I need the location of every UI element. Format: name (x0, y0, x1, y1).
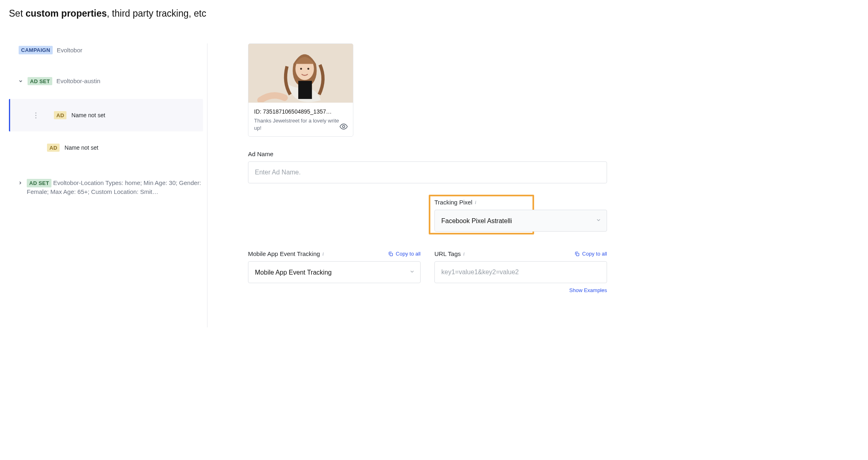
adset-badge: AD SET (27, 179, 51, 187)
chevron-right-icon[interactable] (18, 180, 23, 186)
creative-card[interactable]: ID: 735187106504895_1357… Thanks Jewelst… (248, 43, 353, 137)
main-panel: ID: 735187106504895_1357… Thanks Jewelst… (207, 43, 607, 327)
creative-caption: Thanks Jewelstreet for a lovely write up… (254, 117, 347, 131)
url-tags-input[interactable] (434, 261, 607, 283)
campaign-row[interactable]: CAMPAIGN Evoltobor (9, 43, 203, 57)
campaign-badge: CAMPAIGN (19, 46, 53, 54)
ad-name-input[interactable] (248, 161, 607, 183)
copy-to-all-link[interactable]: Copy to all (388, 251, 421, 257)
title-prefix: Set (9, 8, 26, 19)
svg-point-6 (342, 125, 345, 128)
campaign-name: Evoltobor (57, 46, 82, 54)
chevron-down-icon[interactable] (18, 78, 24, 84)
page-title: Set custom properties, third party track… (9, 8, 607, 19)
tracking-pixel-label: Tracking Pixel i (434, 199, 607, 206)
svg-point-4 (300, 68, 302, 70)
mobile-tracking-select[interactable]: Mobile App Event Tracking (248, 261, 421, 283)
ad-name-label: Ad Name (248, 150, 607, 157)
adset-2-name: Evoltobor-Location Types: home; Min Age:… (27, 179, 201, 195)
ad-row-2[interactable]: AD Name not set (9, 131, 203, 164)
ad-badge: AD (54, 111, 66, 120)
adset-row-2[interactable]: AD SET Evoltobor-Location Types: home; M… (9, 178, 203, 196)
creative-thumbnail (248, 44, 353, 103)
ad-row-1[interactable]: AD Name not set (9, 99, 203, 131)
copy-to-all-link[interactable]: Copy to all (574, 251, 607, 257)
adset-row-1[interactable]: AD SET Evoltobor-austin (9, 75, 203, 88)
show-examples-link[interactable]: Show Examples (569, 287, 607, 293)
info-icon[interactable]: i (323, 251, 324, 257)
eye-icon[interactable] (339, 122, 348, 132)
ad-1-name: Name not set (71, 112, 105, 118)
ad-2-name: Name not set (64, 144, 98, 151)
structure-sidebar: CAMPAIGN Evoltobor AD SET Evoltobor-aust… (9, 43, 207, 327)
kebab-icon[interactable] (33, 112, 38, 118)
svg-rect-8 (576, 253, 579, 256)
url-tags-label: URL Tags i (434, 250, 465, 257)
info-icon[interactable]: i (475, 199, 477, 206)
adset-1-name: Evoltobor-austin (56, 77, 100, 85)
mobile-tracking-label: Mobile App Event Tracking i (248, 250, 324, 257)
title-suffix: , third party tracking, etc (107, 8, 206, 19)
title-strong: custom properties (26, 8, 107, 19)
ad-badge: AD (47, 144, 60, 152)
tracking-pixel-select[interactable]: Facebook Pixel Astratelli (434, 210, 607, 232)
svg-point-5 (307, 68, 309, 70)
adset-badge: AD SET (28, 77, 52, 86)
creative-id: ID: 735187106504895_1357… (254, 108, 347, 115)
svg-rect-7 (390, 253, 392, 256)
info-icon[interactable]: i (463, 251, 465, 257)
svg-rect-2 (298, 81, 312, 99)
